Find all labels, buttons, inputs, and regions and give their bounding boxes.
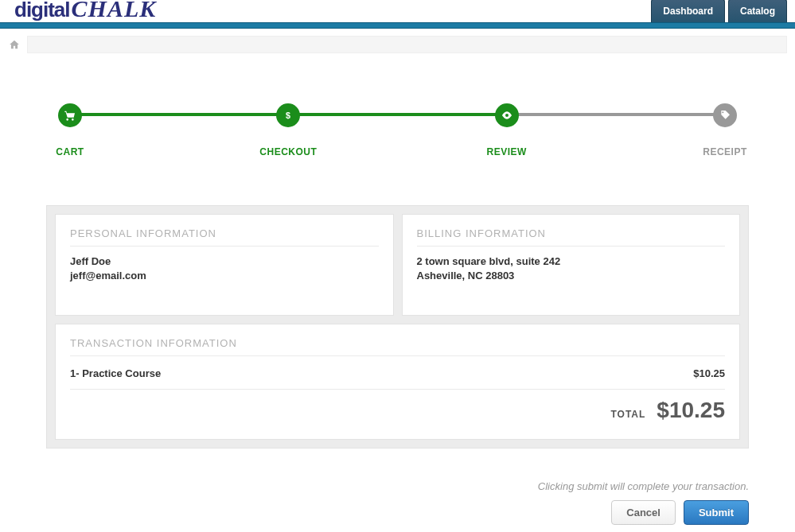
step-review: REVIEW [483,103,531,157]
accent-bar [0,22,795,29]
personal-info-panel: PERSONAL INFORMATION Jeff Doe jeff@email… [55,214,394,316]
step-checkout-label: CHECKOUT [259,146,317,157]
transaction-panel: TRANSACTION INFORMATION 1- Practice Cour… [55,324,740,440]
item-price: $10.25 [693,367,725,379]
top-bar: digital CHALK Dashboard Catalog [0,0,795,22]
step-receipt: RECEIPT [701,103,749,157]
svg-text:$: $ [286,111,290,120]
eye-icon [495,103,519,127]
divider [417,246,726,247]
total-label: TOTAL [610,409,645,420]
billing-line1: 2 town square blvd, suite 242 [417,254,726,269]
billing-heading: BILLING INFORMATION [417,227,726,239]
divider [70,246,379,247]
cart-icon [58,103,82,127]
cancel-button[interactable]: Cancel [611,500,676,525]
breadcrumb-row [0,33,795,56]
progress-steps: CART $ CHECKOUT REVIEW RECEIPT [46,103,749,157]
personal-name: Jeff Doe [70,254,379,269]
total-amount: $10.25 [657,398,725,423]
step-receipt-label: RECEIPT [703,146,747,157]
transaction-heading: TRANSACTION INFORMATION [70,337,725,349]
billing-info-panel: BILLING INFORMATION 2 town square blvd, … [402,214,741,316]
nav-tabs: Dashboard Catalog [651,0,787,22]
personal-heading: PERSONAL INFORMATION [70,227,379,239]
brand-part2: CHALK [72,0,157,22]
step-cart-label: CART [56,146,84,157]
home-icon[interactable] [8,39,21,50]
breadcrumb-bar [27,36,787,53]
step-review-label: REVIEW [486,146,526,157]
main-content: CART $ CHECKOUT REVIEW RECEIPT PERSONAL … [0,56,795,464]
submit-hint: Clicking submit will complete your trans… [46,480,749,492]
submit-button[interactable]: Submit [684,500,749,525]
dollar-icon: $ [276,103,300,127]
brand-part1: digital [14,0,70,22]
tag-icon [713,103,737,127]
item-name: 1- Practice Course [70,367,161,379]
review-panel-wrap: PERSONAL INFORMATION Jeff Doe jeff@email… [46,205,749,449]
personal-email: jeff@email.com [70,269,379,283]
billing-line2: Asheville, NC 28803 [417,269,726,283]
nav-catalog[interactable]: Catalog [728,0,787,22]
footer-actions: Clicking submit will complete your trans… [0,464,795,532]
step-cart: CART [46,103,94,157]
brand-logo: digital CHALK [14,0,156,22]
divider [70,355,725,356]
transaction-item: 1- Practice Course $10.25 [70,364,725,382]
nav-dashboard[interactable]: Dashboard [651,0,725,22]
step-checkout: $ CHECKOUT [264,103,312,157]
total-row: TOTAL $10.25 [70,389,725,423]
